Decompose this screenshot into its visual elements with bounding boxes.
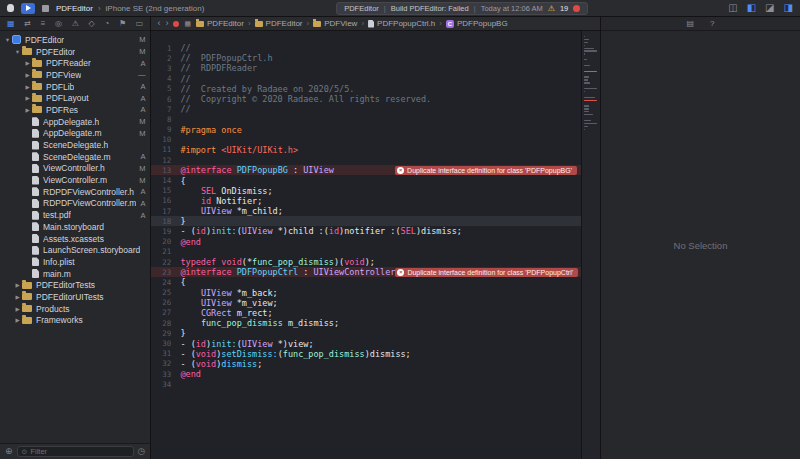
issue-indicator-icon[interactable] [173,21,179,27]
file-inspector-icon[interactable]: ▤ [686,20,694,28]
code-line[interactable]: 23@interface PDFPopupCtrl : UIViewContro… [151,267,581,277]
code-line[interactable]: 3// RDPDFReader [151,63,581,73]
disclosure-triangle-icon[interactable]: ▶ [23,60,32,66]
back-button[interactable]: ‹ [157,19,160,28]
code-line[interactable]: 26 UIView *m_view; [151,298,581,308]
toggle-left-panel-icon[interactable]: ◧ [747,3,756,13]
minimap[interactable] [581,31,600,459]
run-button[interactable] [21,3,35,14]
code-line[interactable]: 28 func_pop_dismiss m_dismiss; [151,318,581,328]
breadcrumb-item[interactable]: PDFEditor [196,19,244,28]
tree-item[interactable]: SceneDelegate.mA [0,151,150,163]
tree-item[interactable]: SceneDelegate.h [0,139,150,151]
error-indicator-icon[interactable] [573,5,580,12]
disclosure-triangle-icon[interactable]: ▼ [3,37,12,43]
related-items-icon[interactable]: ▦ [184,19,191,28]
stop-button[interactable] [42,5,49,12]
code-line[interactable]: 6// Copyright © 2020 Radaee. All rights … [151,94,581,104]
code-line[interactable]: 30- (id)init:(UIView *)view; [151,338,581,348]
tree-item[interactable]: ▶PDFEditorTests [0,279,150,291]
code-line[interactable]: 17 UIView *m_child; [151,206,581,216]
tree-item[interactable]: ▶Products [0,303,150,315]
code-line[interactable]: 32- (void)dismiss; [151,359,581,369]
code-line[interactable]: 20@end [151,237,581,247]
disclosure-triangle-icon[interactable]: ▶ [13,317,22,323]
code-line[interactable]: 16 id Notifier; [151,196,581,206]
tree-item[interactable]: ▼PDFEditorM [0,34,150,46]
code-line[interactable]: 5// Created by Radaee on 2020/5/5. [151,84,581,94]
disclosure-triangle-icon[interactable]: ▼ [13,49,22,55]
apple-menu-icon[interactable] [7,4,14,12]
tree-item[interactable]: LaunchScreen.storyboard [0,244,150,256]
code-line[interactable]: 13@interface PDFPopupBG : UIView×Duplica… [151,165,581,175]
tree-item[interactable]: ▶PDFEditorUITests [0,291,150,303]
filter-input[interactable]: ⊙ Filter [17,446,134,457]
code-line[interactable]: 31- (void)setDismiss:(func_pop_dismiss)d… [151,349,581,359]
code-line[interactable]: 11#import <UIKit/UIKit.h> [151,145,581,155]
warning-count[interactable]: 19 [560,4,568,13]
breadcrumb-item[interactable]: PDFPopupCtrl.h [368,19,435,28]
code-line[interactable]: 29} [151,328,581,338]
project-navigator-icon[interactable]: ▦ [7,20,15,28]
tree-item[interactable]: Main.storyboard [0,221,150,233]
forward-button[interactable]: › [165,19,168,28]
tree-item[interactable]: test.pdfA [0,209,150,221]
code-line[interactable]: 33@end [151,369,581,379]
tree-item[interactable]: ▶PDFView— [0,69,150,81]
code-line[interactable]: 1// [151,43,581,53]
debug-navigator-icon[interactable]: ◔ [104,20,109,28]
toggle-bottom-panel-icon[interactable]: ◪ [765,3,774,13]
tree-item[interactable]: ▶PDFResA [0,104,150,116]
tree-item[interactable]: main.m [0,268,150,280]
tree-item[interactable]: ▶Frameworks [0,315,150,327]
tree-item[interactable]: ▶PDFLibA [0,81,150,93]
toggle-right-panel-icon[interactable]: ◨ [784,3,793,13]
recent-files-icon[interactable]: ◷ [138,447,146,456]
tree-item[interactable]: ▶PDFReaderA [0,57,150,69]
code-line[interactable]: 14{ [151,175,581,185]
tree-item[interactable]: AppDelegate.hM [0,116,150,128]
symbol-navigator-icon[interactable]: ≡ [41,20,46,28]
issue-navigator-icon[interactable]: ⚠ [72,20,79,28]
disclosure-triangle-icon[interactable]: ▶ [23,107,32,113]
breakpoint-navigator-icon[interactable]: ⚑ [119,20,126,28]
code-line[interactable]: 7// [151,104,581,114]
tree-item[interactable]: ViewController.hM [0,163,150,175]
code-line[interactable]: 8 [151,114,581,124]
error-banner[interactable]: ×Duplicate interface definition for clas… [395,268,578,277]
editor-layout-icon[interactable]: ◫ [728,3,737,13]
code-line[interactable]: 18} [151,216,581,226]
disclosure-triangle-icon[interactable]: ▶ [23,95,32,101]
source-control-navigator-icon[interactable]: ⇄ [24,20,31,28]
code-line[interactable]: 10 [151,135,581,145]
add-button[interactable]: ⊕ [5,447,13,456]
tree-item[interactable]: RDPDFViewController.hA [0,186,150,198]
tree-item[interactable]: Info.plist [0,256,150,268]
disclosure-triangle-icon[interactable]: ▶ [13,306,22,312]
code-line[interactable]: 15 SEL OnDismiss; [151,186,581,196]
disclosure-triangle-icon[interactable]: ▶ [23,84,32,90]
breadcrumb-item[interactable]: PDFView [313,19,357,28]
code-line[interactable]: 34 [151,379,581,389]
disclosure-triangle-icon[interactable]: ▶ [23,72,32,78]
breadcrumb-item[interactable]: CPDFPopupBG [446,19,508,28]
code-line[interactable]: 25 UIView *m_back; [151,288,581,298]
activity-viewer[interactable]: PDFEditor | Build PDFEditor: Failed | To… [336,2,588,15]
code-line[interactable]: 9#pragma once [151,125,581,135]
code-line[interactable]: 2// PDFPopupCtrl.h [151,53,581,63]
quick-help-icon[interactable]: ? [710,20,714,28]
report-navigator-icon[interactable]: ▭ [136,20,144,28]
tree-item[interactable]: ▼PDFEditorM [0,46,150,58]
code-line[interactable]: 27 CGRect m_rect; [151,308,581,318]
breadcrumb-item[interactable]: PDFEditor [255,19,303,28]
code-line[interactable]: 22typedef void(*func_pop_dismiss)(void); [151,257,581,267]
scheme-selector[interactable]: PDFEditor › iPhone SE (2nd generation) [56,4,204,13]
code-line[interactable]: 21 [151,247,581,257]
code-line[interactable]: 12 [151,155,581,165]
disclosure-triangle-icon[interactable]: ▶ [13,294,22,300]
tree-item[interactable]: RDPDFViewController.mA [0,198,150,210]
code-line[interactable]: 4// [151,74,581,84]
tree-item[interactable]: AppDelegate.mM [0,128,150,140]
tree-item[interactable]: Assets.xcassets [0,233,150,245]
code-area[interactable]: 1//2// PDFPopupCtrl.h3// RDPDFReader4//5… [151,31,581,459]
